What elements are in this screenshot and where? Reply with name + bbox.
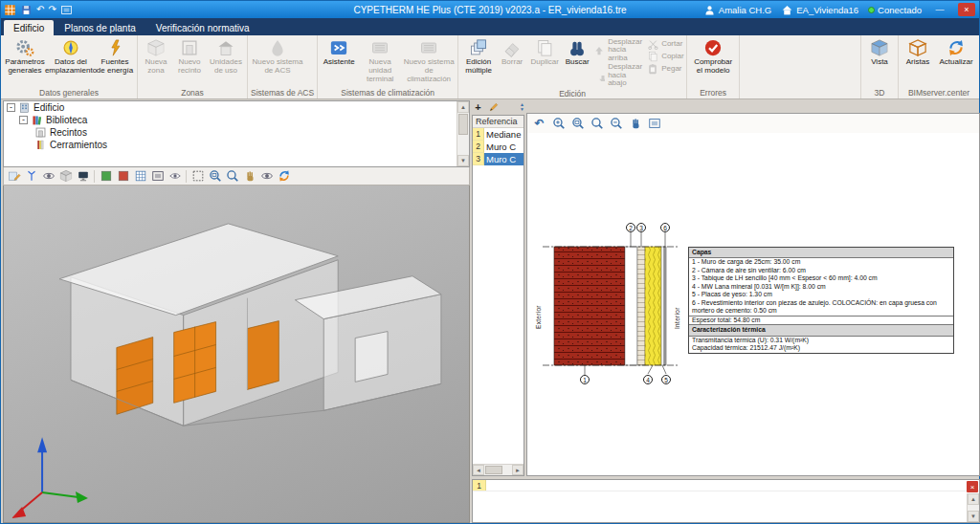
unidades-de-uso-button[interactable]: Unidades de uso [207,37,245,76]
collapse-icon[interactable]: - [19,116,28,124]
select-window-button[interactable] [190,169,205,184]
tree-item-recintos[interactable]: Recintos [4,126,469,139]
fuentes-energia-button[interactable]: Fuentes de energía [95,37,135,76]
render-solid-button[interactable] [99,169,113,184]
zoom-in-button[interactable] [551,117,566,131]
table-row[interactable]: 1 [473,480,979,491]
scroll-thumb[interactable] [458,114,468,135]
row-number: 3 [473,153,484,165]
scroll-thumb[interactable] [485,466,502,474]
pan-hand-button[interactable] [628,117,642,131]
axes-button[interactable] [24,169,38,184]
move-down-button[interactable]: ▼ [520,107,524,112]
nuevo-sistema-climatizacion-button[interactable]: Nuevo sistema de climatización [402,37,456,84]
copy-pages-icon [647,51,658,62]
detail-canvas[interactable]: 2 3 6 1 4 5 Exterior Interior Capas 1 - … [527,133,979,475]
previous-view-button[interactable]: ↶ [532,117,546,131]
save-button[interactable] [20,4,33,16]
list-item-selected[interactable]: 3 Muro C [473,153,523,165]
tree-item-edificio[interactable]: - Edificio [4,101,469,114]
views-cube-button[interactable] [58,169,73,184]
tab-planos-de-planta[interactable]: Planos de planta [55,20,145,35]
nueva-unidad-terminal-button[interactable]: Nueva unidad terminal [358,37,402,84]
desplazar-arriba-button[interactable]: Desplazar hacia arriba [593,38,645,62]
bottom-scrollbar[interactable]: ▲ ▼ [967,493,979,522]
add-button[interactable]: + [472,101,484,114]
scroll-left-icon[interactable]: ◄ [473,465,484,475]
buscar-button[interactable]: Buscar [562,37,592,68]
zoom-window-button[interactable] [570,117,585,131]
print-frame-button[interactable] [647,117,661,131]
minimize-button[interactable]: — [931,3,948,16]
orbit-3d-button[interactable] [259,169,274,184]
vista-button[interactable]: Vista [863,37,896,68]
grid-button[interactable] [133,169,147,184]
tree-scrollbar[interactable]: ▲ ▼ [457,101,469,166]
comprobar-el-modelo-button[interactable]: Comprobar el modelo [689,37,737,76]
edicion-multiple-button[interactable]: Edición múltiple [460,37,497,76]
pan-hand-button[interactable] [242,169,256,184]
zoom-extents-button[interactable] [225,169,239,184]
close-button[interactable]: × [958,3,975,16]
ribbon-group-errores: Comprobar el modelo Errores [687,35,740,98]
asistente-button[interactable]: Asistente [320,37,358,68]
aristas-button[interactable]: Aristas [901,37,935,68]
group-label: Errores [687,87,739,98]
scroll-up-icon[interactable]: ▲ [968,493,979,505]
monitor-view-button[interactable] [76,169,90,184]
cortar-button[interactable]: Cortar [647,38,683,50]
fan-unit-icon [370,38,390,57]
copiar-button[interactable]: Copiar [647,51,683,62]
tree-panel: - Edificio - Biblioteca Recintos Cerrami… [3,100,470,167]
group-label: BIMserver.center [899,87,979,98]
collapse-icon[interactable]: - [7,103,15,112]
layer-row: 1 - Muro de carga de 25cm: 35.00 cm [689,258,953,266]
list-item[interactable]: 2 Muro C [473,141,523,153]
ribbon-group-bimserver: Aristas Actualizar BIMserver.center [899,35,979,98]
zoom-out-button[interactable] [609,117,623,131]
tab-verificacion-normativa[interactable]: Verificación normativa [146,20,259,35]
orbit-view-button[interactable] [41,169,56,184]
desplazar-abajo-button[interactable]: Desplazar hacia abajo [593,63,645,87]
render-faces-button[interactable] [116,169,130,184]
duplicar-button[interactable]: Duplicar [527,37,562,68]
scroll-right-icon[interactable]: ► [512,465,523,475]
edit-pencil-button[interactable] [487,101,500,114]
datos-emplazamiento-button[interactable]: Datos del emplazamiento [47,37,95,76]
borrar-button[interactable]: Borrar [497,37,527,68]
zoom-window-button[interactable] [208,169,222,184]
close-panel-button[interactable]: × [967,481,978,492]
pegar-button[interactable]: Pegar [647,63,683,75]
capture-button[interactable] [60,4,73,16]
3d-toolbar [3,167,470,186]
3d-viewport[interactable] [3,186,470,523]
nuevo-sistema-acs-button[interactable]: Nuevo sistema de ACS [250,37,305,76]
nuevo-recinto-button[interactable]: Nuevo recinto [172,37,207,76]
undo-button[interactable]: ↶ [36,3,44,16]
group-label: Sistemas de ACS [248,87,317,98]
rooms-icon [34,126,47,139]
user-chip[interactable]: Amalia CH.G [703,4,771,16]
tree-item-cerramientos[interactable]: Cerramientos [4,139,469,151]
redo-button[interactable]: ↷ [48,3,56,16]
scroll-down-icon[interactable]: ▼ [457,155,469,166]
wizard-icon [329,38,348,57]
reference-hscrollbar[interactable]: ◄ ► [473,464,523,475]
move-down-icon [593,70,605,81]
zoom-extents-button[interactable] [590,117,604,131]
tree-item-biblioteca[interactable]: - Biblioteca [4,114,469,126]
group-label: 3D [861,87,898,98]
sketch-mode-button[interactable] [7,169,21,184]
screenshot-button[interactable] [150,169,165,184]
project-chip[interactable]: EA_Vivienda16 [781,4,858,16]
scroll-down-icon[interactable]: ▼ [968,511,979,522]
list-item[interactable]: 1 Mediane [473,128,523,141]
parametros-generales-button[interactable]: Parámetros generales [3,37,47,76]
layer-marker: 2 [626,223,635,232]
redraw-button[interactable] [277,169,291,184]
nueva-zona-button[interactable]: Nueva zona [140,37,172,76]
scroll-up-icon[interactable]: ▲ [457,101,469,113]
actualizar-button[interactable]: Actualizar [935,37,977,68]
tab-edificio[interactable]: Edificio [4,20,54,35]
visibility-eye-button[interactable] [167,169,182,184]
